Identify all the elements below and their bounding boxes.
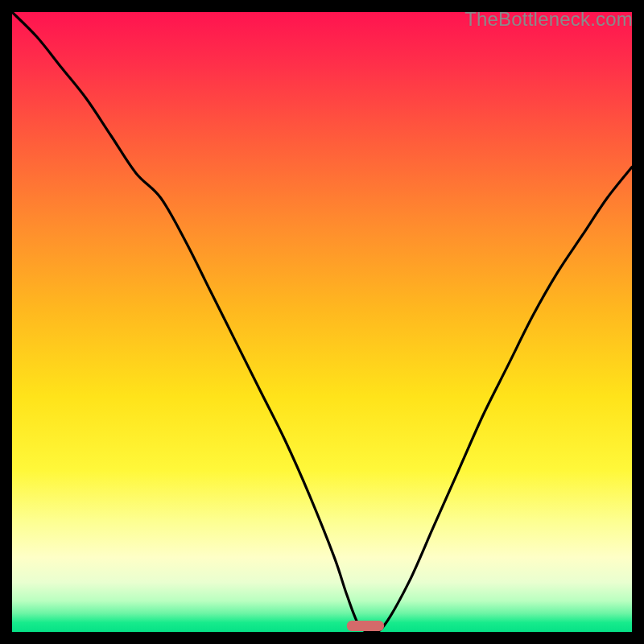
bottleneck-curve <box>12 12 632 632</box>
watermark-text: TheBottleneck.com <box>464 8 633 31</box>
chart-svg <box>12 12 632 632</box>
plot-area <box>12 12 632 632</box>
black-frame: TheBottleneck.com <box>0 0 644 644</box>
optimal-marker <box>347 621 384 631</box>
